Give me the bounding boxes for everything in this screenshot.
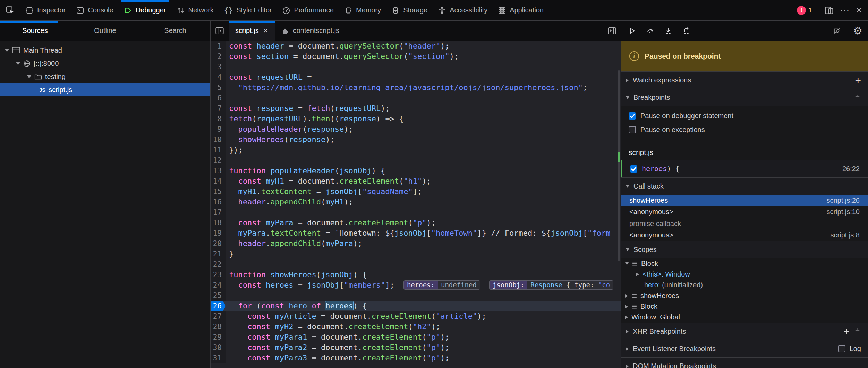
xhr-breakpoints-header[interactable]: XHR Breakpoints + xyxy=(621,323,868,340)
scope-var-this[interactable]: <this>: Window xyxy=(621,269,868,280)
code-text[interactable]: const response = fetch(requestURL); xyxy=(226,103,390,114)
editor-scrollbar[interactable] xyxy=(618,41,620,368)
code-text[interactable]: populateHeader(response); xyxy=(226,124,353,134)
stack-frame[interactable]: <anonymous> script.js:10 xyxy=(621,206,868,218)
dom-mutation-breakpoints-header[interactable]: DOM Mutation Breakpoints xyxy=(621,357,868,368)
line-number[interactable]: 11 xyxy=(211,145,226,155)
expand-panes-button[interactable] xyxy=(603,21,621,41)
code-text[interactable] xyxy=(226,155,229,166)
editor-tab-scriptjs[interactable]: script.js ✕ xyxy=(229,21,275,41)
step-in-button[interactable] xyxy=(661,23,676,38)
line-number[interactable]: 31 xyxy=(211,353,226,363)
tab-outline[interactable]: Outline xyxy=(70,21,140,41)
line-number[interactable]: 12 xyxy=(211,155,226,166)
breakpoint-item[interactable]: heroes) { 26:22 xyxy=(621,160,868,177)
disable-breakpoints-button[interactable] xyxy=(829,23,844,38)
expander-icon[interactable] xyxy=(5,49,9,52)
code-text[interactable]: const requestURL = xyxy=(226,72,312,82)
inline-preview-badge[interactable]: jsonObj:Response { type: "co xyxy=(489,280,613,290)
tree-item-main-thread[interactable]: Main Thread xyxy=(0,44,210,57)
checkbox-checked[interactable] xyxy=(629,112,636,120)
tab-inspector[interactable]: Inspector xyxy=(20,0,71,20)
code-text[interactable]: const myPara3 = document.createElement("… xyxy=(226,353,450,363)
code-text[interactable] xyxy=(226,93,229,103)
tab-accessibility[interactable]: Accessibility xyxy=(433,0,493,20)
step-out-button[interactable] xyxy=(679,23,694,38)
breakpoint-source-heading[interactable]: script.js xyxy=(621,141,868,160)
line-number[interactable]: 19 xyxy=(211,228,226,238)
stack-frame[interactable]: showHeroes script.js:26 xyxy=(621,195,868,206)
code-text[interactable]: "https://mdn.github.io/learning-area/jav… xyxy=(226,82,587,93)
line-number[interactable]: 9 xyxy=(211,124,226,134)
line-number[interactable]: 24 xyxy=(211,280,226,290)
code-text[interactable]: fetch(requestURL).then((response) => { xyxy=(226,114,403,124)
line-number[interactable]: 27 xyxy=(211,311,226,322)
code-text[interactable] xyxy=(226,62,229,72)
add-xhr-breakpoint-icon[interactable]: + xyxy=(843,326,850,337)
line-number[interactable]: 6 xyxy=(211,93,226,103)
line-number[interactable]: 16 xyxy=(211,197,226,207)
code-text[interactable]: const myPara2 = document.createElement("… xyxy=(226,342,450,353)
line-number[interactable]: 28 xyxy=(211,322,226,332)
collapse-sources-button[interactable] xyxy=(211,21,229,41)
line-number[interactable]: 20 xyxy=(211,238,226,249)
line-number[interactable]: 2 xyxy=(211,51,226,62)
responsive-design-icon[interactable] xyxy=(824,6,834,15)
tab-storage[interactable]: Storage xyxy=(386,0,433,20)
event-listener-breakpoints-header[interactable]: Event Listener Breakpoints Log xyxy=(621,340,868,357)
line-number[interactable]: 8 xyxy=(211,114,226,124)
stack-frame[interactable]: <anonymous> script.js:8 xyxy=(621,229,868,241)
tree-item-testing-folder[interactable]: testing xyxy=(0,70,210,83)
line-number[interactable]: 15 xyxy=(211,186,226,197)
close-devtools-icon[interactable]: ✕ xyxy=(856,6,862,15)
code-text[interactable]: header.appendChild(myH1); xyxy=(226,197,353,207)
scope-block-2[interactable]: Block xyxy=(621,301,868,312)
code-text[interactable]: } xyxy=(226,249,233,259)
code-editor[interactable]: 1const header = document.querySelector("… xyxy=(211,41,621,368)
code-text[interactable]: function populateHeader(jsonObj) { xyxy=(226,166,385,176)
line-number[interactable]: 29 xyxy=(211,332,226,342)
code-text[interactable]: for (const hero of heroes) { xyxy=(226,301,367,311)
resume-button[interactable] xyxy=(624,23,640,38)
tab-memory[interactable]: Memory xyxy=(339,0,386,20)
code-text[interactable]: const section = document.querySelector("… xyxy=(226,51,459,62)
call-stack-header[interactable]: Call stack xyxy=(621,177,868,195)
breakpoints-header[interactable]: Breakpoints xyxy=(621,89,868,106)
line-number[interactable]: 14 xyxy=(211,176,226,186)
code-text[interactable] xyxy=(226,259,229,270)
node-picker-button[interactable] xyxy=(0,0,20,20)
add-watch-expression-icon[interactable]: + xyxy=(855,75,861,86)
line-number[interactable]: 4 xyxy=(211,72,226,82)
scope-showheroes[interactable]: showHeroes xyxy=(621,290,868,301)
watch-expressions-header[interactable]: Watch expressions + xyxy=(621,71,868,89)
tree-item-scriptjs[interactable]: JS script.js xyxy=(0,83,210,96)
inline-preview-badge[interactable]: heroes:undefined xyxy=(403,280,480,290)
pause-on-exceptions-row[interactable]: Pause on exceptions xyxy=(621,123,868,137)
code-text[interactable]: myPara.textContent = `Hometown: ${jsonOb… xyxy=(226,228,610,238)
log-checkbox[interactable] xyxy=(838,345,845,352)
step-over-button[interactable] xyxy=(643,23,658,38)
code-text[interactable]: header.appendChild(myPara); xyxy=(226,238,362,249)
close-tab-icon[interactable]: ✕ xyxy=(263,27,269,35)
pause-on-debugger-statement-row[interactable]: Pause on debugger statement xyxy=(621,109,868,123)
editor-tab-contentscript[interactable]: contentscript.js xyxy=(275,21,346,41)
code-text[interactable]: const myPara1 = document.createElement("… xyxy=(226,332,450,342)
scope-window-global[interactable]: Window: Global xyxy=(621,312,868,323)
remove-breakpoints-trash-icon[interactable] xyxy=(854,94,861,101)
error-count-badge[interactable]: ! 1 xyxy=(797,6,812,15)
line-number[interactable]: 25 xyxy=(211,290,226,301)
line-number[interactable]: 30 xyxy=(211,342,226,353)
tab-style-editor[interactable]: {} Style Editor xyxy=(219,0,277,20)
line-number[interactable]: 21 xyxy=(211,249,226,259)
expander-icon[interactable] xyxy=(16,62,20,65)
code-text[interactable]: const myH2 = document.createElement("h2"… xyxy=(226,322,440,332)
expander-icon[interactable] xyxy=(27,75,31,78)
line-number[interactable]: 13 xyxy=(211,166,226,176)
breakpoint-checkbox[interactable] xyxy=(630,165,637,173)
meatball-menu-icon[interactable]: ⋯ xyxy=(840,6,850,15)
tab-search[interactable]: Search xyxy=(140,21,210,41)
line-number[interactable]: 7 xyxy=(211,103,226,114)
tree-item-host[interactable]: [::]:8000 xyxy=(0,57,210,70)
line-number[interactable]: 10 xyxy=(211,134,226,145)
scope-var-hero[interactable]: hero: (uninitialized) xyxy=(621,280,868,290)
